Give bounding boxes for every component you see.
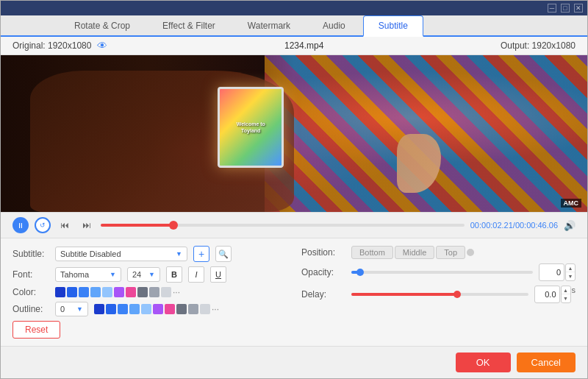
- original-resolution: Original: 1920x1080: [12, 40, 91, 51]
- tab-watermark[interactable]: Watermark: [233, 16, 305, 35]
- font-dropdown[interactable]: Tahoma ▼: [55, 267, 121, 282]
- tablet-text: Welcome toToyland: [237, 121, 265, 134]
- title-bar: ─ □ ✕: [1, 1, 587, 15]
- opacity-spinner-group: 0 ▲ ▼: [539, 263, 576, 281]
- settings-panel: Subtitle: Subtitle Disabled ▼ + 🔍 Font: …: [1, 238, 587, 346]
- tab-audio[interactable]: Audio: [308, 16, 360, 35]
- visibility-icon[interactable]: 👁: [97, 40, 107, 52]
- color-swatch-10[interactable]: [161, 287, 171, 297]
- progress-thumb[interactable]: [169, 221, 178, 230]
- tab-subtitle[interactable]: Subtitle: [363, 15, 423, 37]
- delay-arrows: ▲ ▼: [561, 286, 571, 303]
- color-swatch-6[interactable]: [114, 287, 124, 297]
- skip-forward-button[interactable]: ⏭: [79, 217, 95, 233]
- font-size-value: 24: [132, 270, 141, 279]
- add-subtitle-button[interactable]: +: [193, 246, 209, 262]
- delay-fill: [351, 293, 457, 296]
- position-row: Position: Bottom Middle Top: [301, 246, 576, 259]
- font-size-dropdown[interactable]: 24 ▼: [127, 267, 160, 282]
- time-display: 00:00:02.21/00:00:46.06: [470, 221, 558, 230]
- controls-bar: ⏸ ↺ ⏮ ⏭ 00:00:02.21/00:00:46.06 🔊: [1, 212, 587, 238]
- opacity-up-arrow[interactable]: ▲: [566, 264, 575, 272]
- outline-label: Outline:: [12, 304, 49, 314]
- subtitle-label: Subtitle:: [12, 249, 49, 259]
- close-button[interactable]: ✕: [574, 4, 583, 13]
- dropdown-caret-icon: ▼: [176, 250, 182, 258]
- delay-label: Delay:: [301, 289, 345, 300]
- position-bottom-button[interactable]: Bottom: [351, 246, 393, 259]
- position-middle-button[interactable]: Middle: [395, 246, 434, 259]
- outline-swatch-8[interactable]: [176, 304, 187, 314]
- delay-input[interactable]: 0.0: [534, 286, 560, 303]
- color-label: Color:: [12, 287, 49, 297]
- delay-unit: s: [572, 286, 576, 303]
- ok-button[interactable]: OK: [456, 353, 511, 372]
- video-area: Welcome toToyland AMC: [1, 55, 587, 212]
- bold-button[interactable]: B: [166, 266, 182, 283]
- opacity-slider[interactable]: [351, 271, 533, 274]
- outline-swatch-1[interactable]: [94, 304, 104, 314]
- color-swatch-3[interactable]: [79, 287, 89, 297]
- outline-swatch-2[interactable]: [106, 304, 116, 314]
- delay-value: 0.0: [545, 290, 556, 299]
- position-top-button[interactable]: Top: [436, 246, 465, 259]
- outline-caret-icon: ▼: [76, 305, 83, 313]
- subtitle-row: Subtitle: Subtitle Disabled ▼ + 🔍: [12, 246, 287, 262]
- loop-button[interactable]: ↺: [35, 217, 51, 233]
- color-swatch-8[interactable]: [137, 287, 148, 297]
- outline-swatch-9[interactable]: [188, 304, 198, 314]
- position-label: Position:: [301, 247, 345, 258]
- font-label: Font:: [12, 269, 49, 280]
- color-swatch-1[interactable]: [55, 287, 65, 297]
- position-dot: [467, 249, 474, 256]
- delay-slider[interactable]: [351, 293, 528, 296]
- progress-bar[interactable]: [101, 224, 465, 227]
- opacity-row: Opacity: 0 ▲ ▼: [301, 263, 576, 281]
- outline-row: Outline: 0 ▼ ···: [12, 302, 287, 316]
- opacity-input[interactable]: 0: [539, 263, 564, 281]
- outline-swatch-10[interactable]: [200, 304, 210, 314]
- size-caret-icon: ▼: [148, 271, 155, 278]
- cancel-button[interactable]: Cancel: [517, 353, 576, 372]
- volume-icon[interactable]: 🔊: [564, 220, 576, 231]
- delay-up-arrow[interactable]: ▲: [562, 286, 570, 294]
- opacity-arrows: ▲ ▼: [565, 263, 576, 281]
- tablet-visual: Welcome toToyland: [218, 87, 284, 168]
- outline-more-icon[interactable]: ···: [212, 304, 219, 314]
- font-caret-icon: ▼: [110, 271, 116, 278]
- search-subtitle-button[interactable]: 🔍: [215, 246, 232, 262]
- outline-swatch-4[interactable]: [129, 304, 140, 314]
- italic-button[interactable]: I: [188, 266, 204, 283]
- color-more-icon[interactable]: ···: [173, 287, 180, 297]
- color-swatch-5[interactable]: [102, 287, 112, 297]
- maximize-button[interactable]: □: [561, 4, 570, 13]
- delay-row: Delay: 0.0 ▲ ▼ s: [301, 286, 576, 303]
- tab-effect-filter[interactable]: Effect & Filter: [148, 16, 230, 35]
- bottom-bar: OK Cancel: [1, 346, 587, 378]
- position-button-group: Bottom Middle Top: [351, 246, 474, 259]
- opacity-thumb[interactable]: [356, 269, 364, 276]
- opacity-down-arrow[interactable]: ▼: [566, 272, 575, 280]
- outline-dropdown[interactable]: 0 ▼: [55, 302, 88, 316]
- outline-swatch-5[interactable]: [141, 304, 151, 314]
- tab-rotate-crop[interactable]: Rotate & Crop: [60, 16, 145, 35]
- settings-left: Subtitle: Subtitle Disabled ▼ + 🔍 Font: …: [12, 246, 287, 339]
- outline-swatch-7[interactable]: [165, 304, 175, 314]
- color-swatch-7[interactable]: [126, 287, 136, 297]
- delay-thumb[interactable]: [453, 291, 461, 298]
- underline-button[interactable]: U: [210, 266, 226, 283]
- outline-swatch-3[interactable]: [118, 304, 128, 314]
- info-bar: Original: 1920x1080 👁 1234.mp4 Output: 1…: [1, 37, 587, 55]
- delay-down-arrow[interactable]: ▼: [562, 294, 570, 302]
- output-resolution: Output: 1920x1080: [501, 40, 576, 51]
- subtitle-dropdown[interactable]: Subtitle Disabled ▼: [55, 247, 187, 261]
- outline-swatch-6[interactable]: [153, 304, 163, 314]
- minimize-button[interactable]: ─: [548, 4, 556, 13]
- color-swatch-9[interactable]: [149, 287, 159, 297]
- opacity-label: Opacity:: [301, 267, 345, 277]
- pause-button[interactable]: ⏸: [12, 217, 29, 233]
- color-swatch-2[interactable]: [67, 287, 77, 297]
- skip-back-button[interactable]: ⏮: [57, 217, 73, 233]
- color-swatch-4[interactable]: [90, 287, 101, 297]
- reset-button[interactable]: Reset: [12, 321, 60, 339]
